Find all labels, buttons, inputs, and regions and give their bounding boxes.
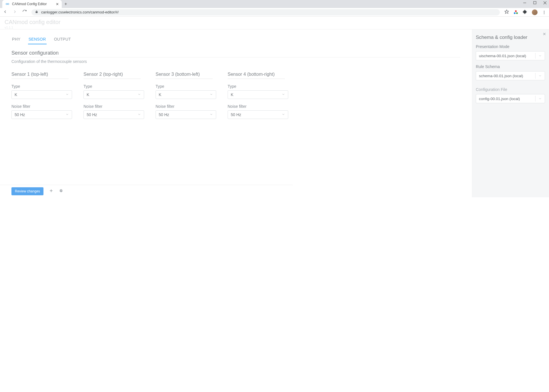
bottom-toolbar: Review changes <box>0 185 293 197</box>
new-tab-button[interactable]: + <box>62 0 70 8</box>
tab-sensor[interactable]: SENSOR <box>28 35 47 44</box>
sensor-1: Sensor 1 (top-left) Type K Noise filter … <box>11 72 73 119</box>
presentation-mode-label: Presentation Mode <box>476 44 545 49</box>
type-label: Type <box>83 84 145 89</box>
sensor-1-noise-value: 50 Hz <box>15 112 25 117</box>
sensor-2-noise-value: 50 Hz <box>87 112 97 117</box>
tab-phy[interactable]: PHY <box>11 35 21 44</box>
bookmark-star-icon[interactable] <box>504 9 509 15</box>
chevron-down-icon <box>65 112 69 117</box>
noise-label: Noise filter <box>83 104 145 109</box>
svg-point-9 <box>516 12 518 14</box>
chevron-down-icon <box>282 112 285 117</box>
sensor-2-noise-select[interactable]: 50 Hz <box>83 110 144 119</box>
config-tabs: PHY SENSOR OUTPUT <box>11 35 460 44</box>
sensor-2-type-value: K <box>87 92 89 97</box>
noise-label: Noise filter <box>156 104 217 109</box>
noise-label: Noise filter <box>228 104 289 109</box>
sensor-2-title: Sensor 2 (top-right) <box>83 72 141 79</box>
config-file-label: Configuration File <box>476 87 545 92</box>
sensor-1-type-value: K <box>15 92 17 97</box>
sensor-1-title: Sensor 1 (top-left) <box>11 72 69 79</box>
app-title: CANmod config editor <box>5 19 544 25</box>
sensor-3-type-select[interactable]: K <box>156 90 216 99</box>
sensor-1-noise-select[interactable]: 50 Hz <box>11 110 72 119</box>
chevron-down-icon <box>282 92 285 97</box>
window-maximize-icon[interactable] <box>533 1 536 5</box>
sensor-4-type-value: K <box>231 92 233 97</box>
extension-color-icon[interactable] <box>514 10 518 15</box>
sensor-4-noise-value: 50 Hz <box>231 112 241 117</box>
svg-marker-6 <box>505 10 508 13</box>
sensor-3-noise-select[interactable]: 50 Hz <box>156 110 216 119</box>
rule-schema-select[interactable]: schema-00.01.json (local) <box>476 71 545 80</box>
noise-label: Noise filter <box>11 104 73 109</box>
chevron-down-icon <box>65 92 69 97</box>
chevron-down-icon <box>138 112 141 117</box>
app-version: v1.1.1 <box>5 26 13 29</box>
presentation-mode-select[interactable]: uischema-00.01.json (local) <box>476 51 545 60</box>
type-label: Type <box>11 84 73 89</box>
rule-schema-label: Rule Schema <box>476 64 545 69</box>
chevron-down-icon <box>535 73 542 79</box>
tab-output[interactable]: OUTPUT <box>53 35 71 44</box>
svg-point-8 <box>514 12 516 14</box>
config-file-select[interactable]: config-00.01.json (local) <box>476 94 545 103</box>
svg-point-0 <box>6 3 7 5</box>
section-subtitle: Configuration of the thermocouple sensor… <box>11 59 460 64</box>
config-file-value: config-00.01.json (local) <box>479 97 520 101</box>
url-text: canlogger.csselectronics.com/canmod-edit… <box>41 10 119 14</box>
chevron-down-icon <box>535 53 542 59</box>
close-panel-icon[interactable]: ✕ <box>543 32 546 36</box>
svg-point-7 <box>515 10 517 12</box>
sensor-3-type-value: K <box>159 92 161 97</box>
browser-tab[interactable]: CANmod Config Editor ✕ <box>2 0 62 8</box>
sensor-2-type-select[interactable]: K <box>83 90 144 99</box>
presentation-mode-value: uischema-00.01.json (local) <box>479 54 526 58</box>
sensor-1-type-select[interactable]: K <box>11 90 72 99</box>
type-label: Type <box>228 84 289 89</box>
back-icon[interactable] <box>3 9 7 15</box>
sensor-3-noise-value: 50 Hz <box>159 112 169 117</box>
sensor-4-type-select[interactable]: K <box>228 90 288 99</box>
browser-menu-icon[interactable]: ⋮ <box>542 10 546 15</box>
chevron-down-icon <box>138 92 141 97</box>
reload-icon[interactable] <box>22 9 27 15</box>
extensions-puzzle-icon[interactable] <box>523 9 527 15</box>
sensor-3-title: Sensor 3 (bottom-left) <box>156 72 213 79</box>
sensor-4-title: Sensor 4 (bottom-right) <box>228 72 285 79</box>
add-icon[interactable] <box>49 189 53 194</box>
sensor-4-noise-select[interactable]: 50 Hz <box>228 110 288 119</box>
tab-title: CANmod Config Editor <box>12 2 53 6</box>
gear-icon[interactable] <box>59 189 63 194</box>
side-panel-title: Schema & config loader <box>476 35 545 40</box>
svg-rect-3 <box>534 1 536 4</box>
favicon-icon <box>5 2 10 6</box>
type-label: Type <box>156 84 217 89</box>
schema-loader-panel: ✕ Schema & config loader Presentation Mo… <box>472 29 549 197</box>
rule-schema-value: schema-00.01.json (local) <box>479 74 523 78</box>
browser-tab-strip: CANmod Config Editor ✕ + <box>0 0 549 8</box>
window-close-icon[interactable] <box>543 1 547 5</box>
url-input[interactable]: canlogger.csselectronics.com/canmod-edit… <box>31 9 500 15</box>
profile-avatar[interactable] <box>532 9 538 15</box>
section-title: Sensor configuration <box>11 50 460 56</box>
chevron-down-icon <box>210 92 213 97</box>
sensor-2: Sensor 2 (top-right) Type K Noise filter… <box>83 72 145 119</box>
sensor-3: Sensor 3 (bottom-left) Type K Noise filt… <box>156 72 217 119</box>
sensor-4: Sensor 4 (bottom-right) Type K Noise fil… <box>228 72 289 119</box>
svg-point-1 <box>8 3 9 5</box>
app-header: CANmod config editor v1.1.1 <box>0 17 549 29</box>
chevron-down-icon <box>210 112 213 117</box>
browser-address-bar: canlogger.csselectronics.com/canmod-edit… <box>0 8 549 17</box>
chevron-down-icon <box>535 96 542 102</box>
close-tab-icon[interactable]: ✕ <box>56 2 59 6</box>
forward-icon[interactable] <box>13 9 17 15</box>
review-changes-button[interactable]: Review changes <box>11 187 43 195</box>
section-divider <box>11 57 460 57</box>
window-minimize-icon[interactable] <box>523 1 526 5</box>
lock-icon <box>35 10 38 14</box>
